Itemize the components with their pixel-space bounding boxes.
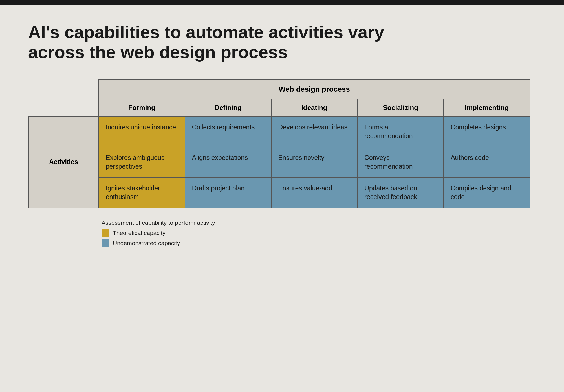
cell-row1-col2: Ensures novelty — [271, 147, 358, 177]
col-header-defining: Defining — [185, 99, 271, 116]
table-wrapper: Web design process Forming Defining Idea… — [28, 79, 530, 208]
cell-row0-col4: Completes designs — [444, 116, 530, 147]
cell-row1-col4: Authors code — [444, 147, 530, 177]
legend-title: Assessment of capability to perform acti… — [102, 219, 536, 226]
col-corner-cell — [28, 99, 99, 116]
column-header-row: Forming Defining Ideating Socializing Im… — [28, 99, 530, 116]
cell-row1-col3: Conveys recommendation — [357, 147, 444, 177]
cell-row0-col1: Collects requirements — [185, 116, 271, 147]
content-area: AI's capabilities to automate activities… — [0, 22, 564, 249]
legend-area: Assessment of capability to perform acti… — [28, 219, 536, 247]
col-header-ideating: Ideating — [271, 99, 358, 116]
cell-row0-col2: Develops relevant ideas — [271, 116, 358, 147]
legend-label-theoretical: Theoretical capacity — [113, 230, 166, 236]
group-header-cell: Web design process — [99, 80, 530, 99]
cell-row2-col0: Ignites stakeholder enthusiasm — [99, 177, 185, 208]
row-label-activities: Activities — [28, 116, 99, 208]
swatch-yellow — [102, 229, 109, 237]
cell-row2-col3: Updates based on received feedback — [357, 177, 444, 208]
cell-row1-col1: Aligns expectations — [185, 147, 271, 177]
cell-row0-col3: Forms a recommendation — [357, 116, 444, 147]
col-header-implementing: Implementing — [444, 99, 530, 116]
cell-row2-col2: Ensures value-add — [271, 177, 358, 208]
capability-table: Web design process Forming Defining Idea… — [28, 79, 530, 208]
col-header-socializing: Socializing — [357, 99, 444, 116]
table-row: Ignites stakeholder enthusiasm Drafts pr… — [28, 177, 530, 208]
cell-row1-col0: Explores ambiguous perspectives — [99, 147, 185, 177]
cell-row0-col0: Inquires unique instance — [99, 116, 185, 147]
page-title: AI's capabilities to automate activities… — [28, 22, 395, 62]
cell-row2-col4: Compiles design and code — [444, 177, 530, 208]
legend-item-undemonstrated: Undemonstrated capacity — [102, 239, 536, 247]
table-row: Explores ambiguous perspectives Aligns e… — [28, 147, 530, 177]
swatch-blue — [102, 239, 109, 247]
corner-cell — [28, 80, 99, 99]
col-header-forming: Forming — [99, 99, 185, 116]
table-row: Activities Inquires unique instance Coll… — [28, 116, 530, 147]
top-bar — [0, 0, 564, 5]
legend-item-theoretical: Theoretical capacity — [102, 229, 536, 237]
group-header-row: Web design process — [28, 80, 530, 99]
legend-label-undemonstrated: Undemonstrated capacity — [113, 240, 180, 246]
cell-row2-col1: Drafts project plan — [185, 177, 271, 208]
